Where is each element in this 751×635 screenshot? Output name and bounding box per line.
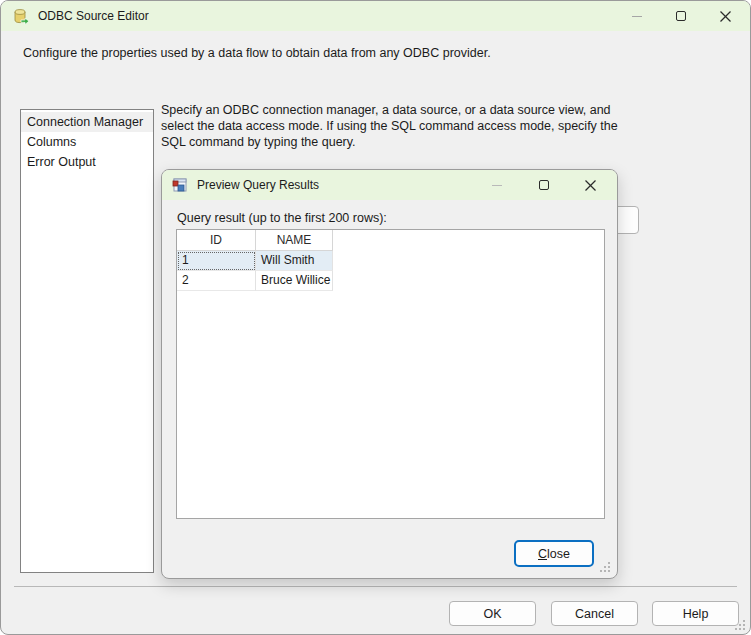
close-dialog-button[interactable]: Close bbox=[514, 540, 594, 567]
help-button[interactable]: Help bbox=[652, 601, 739, 626]
main-caption-controls bbox=[615, 1, 747, 31]
page-instructions: Specify an ODBC connection manager, a da… bbox=[161, 102, 641, 150]
ok-button[interactable]: OK bbox=[449, 601, 536, 626]
preview-minimize-icon bbox=[492, 185, 502, 186]
maximize-button[interactable] bbox=[659, 1, 703, 31]
close-button-label: Close bbox=[538, 547, 570, 561]
close-button[interactable] bbox=[703, 1, 747, 31]
odbc-database-icon bbox=[12, 8, 29, 25]
preview-window-title: Preview Query Results bbox=[197, 178, 319, 192]
page-list: Connection Manager Columns Error Output bbox=[20, 109, 154, 573]
column-header-id[interactable]: ID bbox=[177, 230, 256, 251]
cell-name[interactable]: Will Smith bbox=[256, 251, 333, 271]
maximize-icon bbox=[676, 11, 686, 21]
sidebar-item-error-output[interactable]: Error Output bbox=[21, 152, 153, 172]
dialog-description: Configure the properties used by a data … bbox=[23, 46, 491, 60]
preview-close-button[interactable] bbox=[567, 170, 614, 200]
screen: ODBC Source Editor Configure the propert… bbox=[0, 0, 751, 635]
cancel-button[interactable]: Cancel bbox=[551, 601, 638, 626]
preview-caption-controls bbox=[473, 170, 614, 200]
query-result-grid[interactable]: ID NAME 1 Will Smith 2 Bruce Willice bbox=[176, 229, 605, 519]
preview-minimize-button[interactable] bbox=[473, 170, 520, 200]
preview-query-results-dialog: Preview Query Results Query result (up t… bbox=[161, 169, 618, 579]
cell-id[interactable]: 1 bbox=[177, 251, 256, 271]
main-resize-grip-icon[interactable] bbox=[735, 620, 746, 631]
table-row[interactable]: 2 Bruce Willice bbox=[177, 271, 604, 291]
main-titlebar[interactable]: ODBC Source Editor bbox=[1, 1, 750, 31]
footer-separator bbox=[14, 586, 737, 587]
odbc-source-editor-window: ODBC Source Editor Configure the propert… bbox=[0, 0, 751, 635]
column-header-name[interactable]: NAME bbox=[256, 230, 333, 251]
winforms-app-icon bbox=[172, 177, 188, 193]
resize-grip-icon[interactable] bbox=[600, 562, 611, 573]
grid-header-row: ID NAME bbox=[177, 230, 604, 251]
sidebar-item-connection-manager[interactable]: Connection Manager bbox=[21, 112, 153, 132]
table-row[interactable]: 1 Will Smith bbox=[177, 251, 604, 271]
minimize-icon bbox=[632, 16, 642, 17]
preview-close-icon bbox=[585, 180, 596, 191]
minimize-button[interactable] bbox=[615, 1, 659, 31]
preview-maximize-icon bbox=[539, 180, 549, 190]
cell-id[interactable]: 2 bbox=[177, 271, 256, 291]
preview-maximize-button[interactable] bbox=[520, 170, 567, 200]
cell-name[interactable]: Bruce Willice bbox=[256, 271, 333, 291]
window-title: ODBC Source Editor bbox=[38, 9, 149, 23]
sidebar-item-columns[interactable]: Columns bbox=[21, 132, 153, 152]
preview-titlebar[interactable]: Preview Query Results bbox=[162, 170, 617, 200]
query-result-label: Query result (up to the first 200 rows): bbox=[177, 211, 387, 225]
close-icon bbox=[720, 11, 731, 22]
